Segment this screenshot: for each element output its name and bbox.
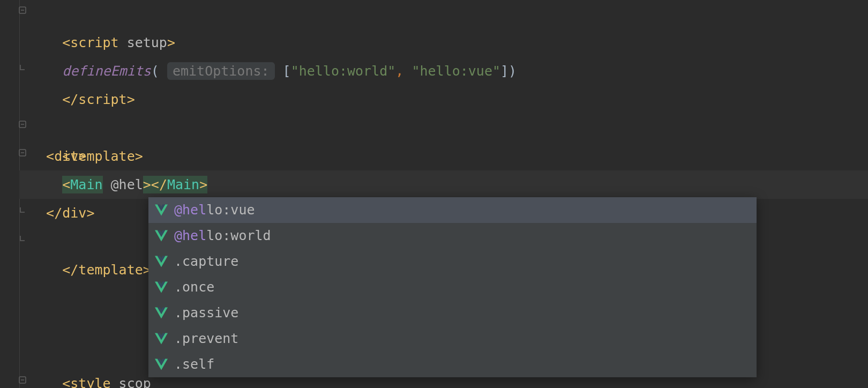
suggestion-label: .once xyxy=(174,274,214,300)
code-line-5[interactable]: <template> xyxy=(19,114,868,142)
suggestion-label: .passive xyxy=(174,300,238,326)
autocomplete-item-6[interactable]: .self xyxy=(148,352,757,377)
vue-icon xyxy=(155,333,168,345)
suggestion-label: @hello:world xyxy=(174,223,271,249)
autocomplete-item-5[interactable]: .prevent xyxy=(148,326,757,352)
code-line-7-active[interactable]: <Main @hel></Main> xyxy=(19,170,868,199)
code-line-4[interactable] xyxy=(19,85,868,114)
code-line-6[interactable]: <div> xyxy=(19,142,868,170)
fold-end-icon[interactable] xyxy=(18,205,27,215)
vue-icon xyxy=(155,307,168,319)
fold-collapse-icon[interactable] xyxy=(18,148,27,158)
autocomplete-item-1[interactable]: @hello:world xyxy=(148,223,757,249)
vue-icon xyxy=(155,204,168,216)
suggestion-label: @hello:vue xyxy=(174,197,255,223)
vue-icon xyxy=(155,281,168,293)
fold-collapse-icon[interactable] xyxy=(18,120,27,129)
autocomplete-popup[interactable]: @hello:vue @hello:world .capture .once .… xyxy=(148,197,757,377)
code-line-1[interactable]: <script setup> xyxy=(19,0,868,28)
autocomplete-item-4[interactable]: .passive xyxy=(148,300,757,326)
suggestion-label: .self xyxy=(174,352,214,377)
autocomplete-item-2[interactable]: .capture xyxy=(148,249,757,274)
fold-collapse-icon[interactable] xyxy=(18,375,27,385)
code-line-3[interactable]: </script> xyxy=(19,57,868,85)
suggestion-label: .capture xyxy=(174,249,238,274)
vue-icon xyxy=(155,256,168,267)
autocomplete-item-0[interactable]: @hello:vue xyxy=(148,197,757,223)
vue-icon xyxy=(155,230,168,242)
code-line-2[interactable]: defineEmits( emitOptions: ["hello:world"… xyxy=(19,28,868,57)
autocomplete-item-3[interactable]: .once xyxy=(148,274,757,300)
fold-end-icon[interactable] xyxy=(18,63,27,72)
vue-icon xyxy=(155,359,168,370)
fold-end-icon[interactable] xyxy=(18,234,27,243)
fold-collapse-icon[interactable] xyxy=(18,5,27,15)
suggestion-label: .prevent xyxy=(174,326,238,352)
